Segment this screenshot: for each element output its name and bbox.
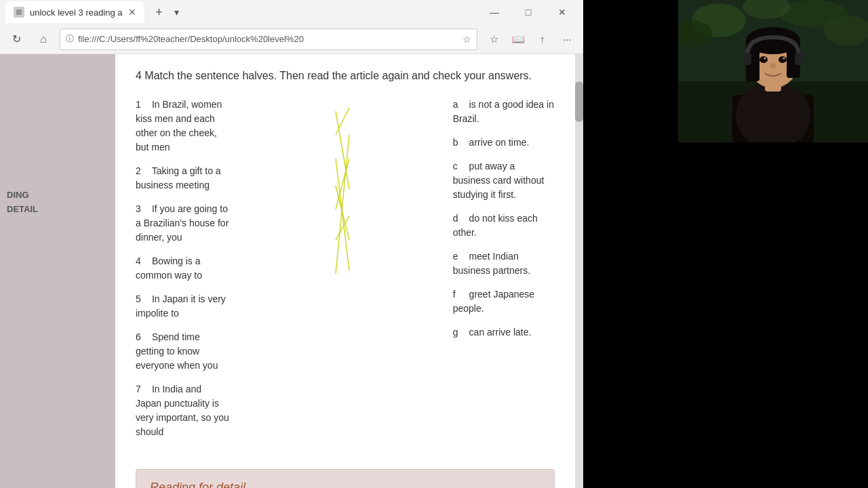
svg-point-25 [760,56,768,63]
more-button[interactable]: ··· [556,28,578,50]
favorites-button[interactable]: ☆ [483,28,505,50]
exercise-header: 4 Match the sentence halves. Then read t… [136,68,555,84]
list-item: 4 Bowing is a common way to [136,254,229,283]
list-item: d do not kiss each other. [453,211,555,240]
background-svg [678,0,868,142]
url-bar[interactable]: ⓘ file:///C:/Users/ff%20teacher/Desktop/… [60,28,477,50]
browser-window: unlock level 3 reading a ✕ + ▾ — □ ✕ ↻ ⌂… [0,0,583,488]
svg-rect-31 [795,53,803,65]
left-sidebar: DING DETAIL [0,54,115,488]
svg-line-3 [336,108,349,135]
tab-dropdown-button[interactable]: ▾ [174,7,179,18]
reading-detail-title: Reading for detail [150,481,540,488]
list-item: 2 Taking a gift to a business meeting [136,164,229,192]
list-item: a is not a good idea in Brazil. [453,98,555,126]
list-item: 7 In India and Japan punctuality is very… [136,382,229,439]
title-bar: unlock level 3 reading a ✕ + ▾ — □ ✕ [0,0,583,24]
list-item: g can arrive late. [453,325,555,340]
list-item: 5 In Japan it is very impolite to [136,292,229,321]
reader-button[interactable]: 📖 [507,28,529,50]
home-button[interactable]: ⌂ [33,28,54,50]
page-area: DING DETAIL 4 Match the sentence halves.… [0,54,583,488]
list-item: f greet Japanese people. [453,287,555,316]
list-item: c put away a business card without study… [453,159,555,202]
svg-line-4 [336,159,349,270]
svg-rect-1 [16,9,22,15]
window-controls: — □ ✕ [479,3,578,22]
close-button[interactable]: ✕ [547,3,578,22]
left-items: 1 In Brazil, women kiss men and each oth… [136,98,229,449]
svg-point-28 [783,58,785,60]
webcam-feed [678,0,868,142]
reading-detail-box: Reading for detail Reading for detail is… [136,469,555,488]
svg-point-29 [770,63,776,68]
webcam-area [583,0,868,488]
tab-close-button[interactable]: ✕ [128,7,136,18]
list-item: 3 If you are going to a Brazilian's hous… [136,202,229,245]
browser-tab[interactable]: unlock level 3 reading a ✕ [5,1,144,23]
new-tab-button[interactable]: + [150,3,169,22]
sidebar-label-2: DETAIL [7,204,108,216]
list-item: 6 Spend time getting to know everyone wh… [136,330,229,373]
svg-line-8 [336,135,349,274]
scrollbar[interactable] [575,54,583,488]
address-bar: ↻ ⌂ ⓘ file:///C:/Users/ff%20teacher/Desk… [0,24,583,54]
tab-title: unlock level 3 reading a [30,7,123,18]
exercise-number: 4 [136,70,144,81]
svg-rect-30 [743,53,751,65]
list-item: 1 In Brazil, women kiss men and each oth… [136,98,229,155]
bookmark-icon: ☆ [462,34,471,45]
svg-point-26 [778,56,787,63]
url-text: file:///C:/Users/ff%20teacher/Desktop/un… [78,34,458,44]
svg-line-2 [336,111,349,189]
restore-button[interactable]: □ [513,3,544,22]
security-icon: ⓘ [66,33,74,45]
minimize-button[interactable]: — [479,3,510,22]
share-button[interactable]: ↑ [532,28,553,50]
tab-favicon [14,7,24,18]
svg-line-5 [336,186,349,240]
svg-point-27 [764,58,766,60]
list-item: b arrive on time. [453,136,555,150]
svg-line-6 [336,159,349,209]
person-container [678,0,868,142]
svg-line-7 [336,216,349,240]
matching-exercise: 1 In Brazil, women kiss men and each oth… [136,98,555,449]
list-item: e meet Indian business partners. [453,249,555,278]
toolbar-icons: ☆ 📖 ↑ ··· [483,28,578,50]
exercise-instruction: Match the sentence halves. Then read the… [144,70,532,81]
main-content: 4 Match the sentence halves. Then read t… [115,54,575,488]
sidebar-label-1: DING [7,190,108,201]
right-items: a is not a good idea in Brazil. b arrive… [453,98,555,449]
refresh-button[interactable]: ↻ [5,28,27,50]
